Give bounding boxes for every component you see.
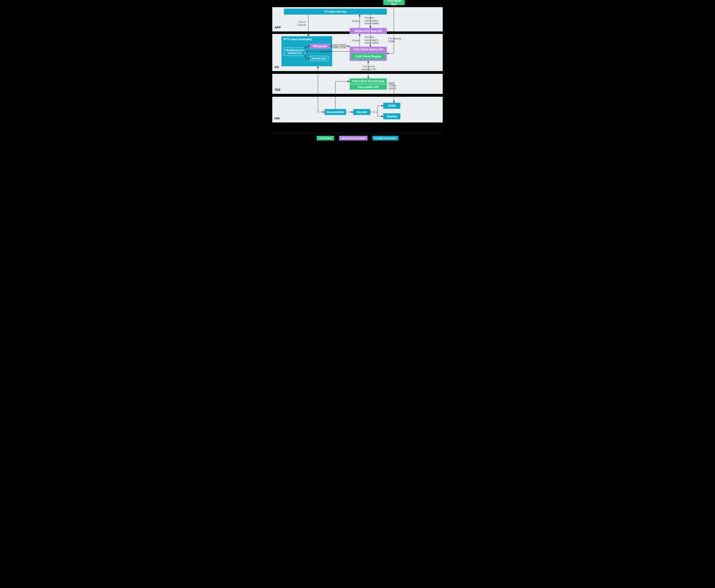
node-cas-client-plugins: CAS Client Plugins: [351, 54, 385, 59]
legend-cas-vendor: CAS Vendor: [317, 136, 334, 141]
node-media-cas-java-api: Media CAS Java API: [350, 28, 387, 34]
node-cas-head-end: CAS Head End: [383, 0, 405, 5]
layer-app-label: APP: [275, 26, 281, 29]
edge-events-mid: Events: [352, 39, 359, 42]
edge-provision-mid: Provision, query plugins, refresh EMMs: [365, 36, 379, 44]
layer-tee: TEE: [272, 74, 443, 94]
edge-provisioning-emms: Provisioning EMMs: [388, 37, 401, 43]
edge-events-top: Events: [352, 20, 359, 23]
legend-existing-component: Existing Component: [372, 136, 398, 141]
node-decode: Decode: [353, 109, 370, 115]
edge-descramble: Descramble: [320, 50, 332, 53]
layer-hw-label: HW: [275, 117, 280, 120]
legend-media-cas-framework: Media CAS Framework: [339, 136, 368, 141]
node-media-codec: MediaCodec: [310, 56, 328, 61]
legend: CAS Vendor Media CAS Framework Existing …: [272, 133, 443, 143]
node-cas-client-native-api-label: CAS Client Native API: [350, 48, 387, 51]
node-media-extractor: MediaExtractor <MPEG2TS>: [284, 48, 305, 56]
node-psi-parser: PSI parser: [310, 44, 330, 49]
edge-cas-vendor-api: CAS vendor proprietary API: [361, 65, 376, 71]
edge-open-session: Open session, EMMs, ECMs: [333, 43, 347, 49]
node-iptv-input-title: IPTV Input (example): [283, 38, 312, 41]
node-descrambler: Descrambler: [325, 109, 346, 115]
node-hdmi: HDMI: [383, 103, 400, 109]
node-cas-client-native-api: CAS Client Native API CAS Client Plugins: [350, 47, 387, 61]
layer-tee-label: TEE: [275, 88, 281, 92]
layer-os-label: OS: [275, 65, 279, 69]
node-tv-input-service: TV Input Service: [284, 8, 387, 15]
edge-provision-top: Provision, query plugins, refresh EMMs: [365, 17, 379, 25]
node-key-ladder-api: Key Ladder API: [350, 84, 387, 90]
node-cas-client-trusted-app: CAS Client Trusted App: [350, 78, 387, 84]
node-display: Display: [383, 113, 400, 119]
edge-tune-to-channel: Tune to Channel: [298, 21, 306, 26]
edge-output-controls: Ouput controls (HDCP): [388, 81, 396, 90]
